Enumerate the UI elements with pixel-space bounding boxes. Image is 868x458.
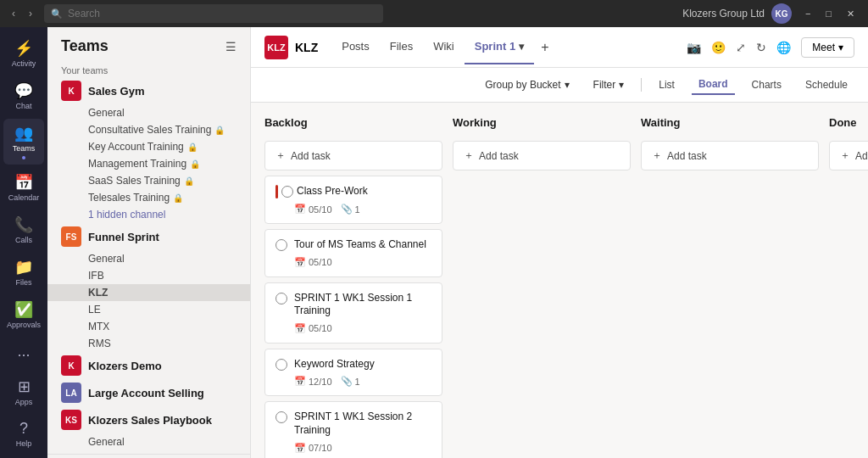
minimize-button[interactable]: − (798, 7, 817, 21)
channel-ifb[interactable]: IFB (47, 267, 250, 284)
close-button[interactable]: ✕ (840, 7, 861, 21)
rail-item-activity[interactable]: ⚡ Activity (3, 34, 44, 73)
rail-label-approvals: Approvals (7, 321, 41, 329)
join-team-item[interactable]: 👥 Join or create a team ⚙ (47, 454, 250, 458)
add-tab-button[interactable]: + (534, 40, 555, 55)
rail-label-activity: Activity (12, 59, 36, 68)
team-logo-funnel-sprint: FS (61, 226, 81, 247)
group-by-button[interactable]: Group by Bucket ▾ (478, 75, 576, 94)
channel-le[interactable]: LE (47, 301, 250, 318)
channel-general-sg[interactable]: General (47, 104, 250, 121)
channel-consultative[interactable]: Consultative Sales Training 🔒 (47, 121, 250, 138)
rail-item-approvals[interactable]: ✅ Approvals (3, 295, 44, 334)
channel-key-account[interactable]: Key Account Training 🔒 (47, 138, 250, 155)
rail-item-teams[interactable]: 👥 Teams (3, 119, 44, 165)
meet-button[interactable]: Meet ▾ (801, 37, 854, 58)
add-task-backlog[interactable]: ＋ Add task (264, 141, 442, 170)
header-icon-2[interactable]: 🙂 (711, 41, 726, 54)
priority-indicator (275, 185, 278, 198)
tab-sprint[interactable]: Sprint 1 ▾ (465, 30, 534, 64)
rail-label-chat: Chat (15, 102, 31, 110)
channel-mtx[interactable]: MTX (47, 318, 250, 335)
task-card-sprint1-wk1-s1[interactable]: SPRINT 1 WK1 Session 1 Training 📅 05/10 (264, 282, 442, 344)
search-input[interactable] (44, 4, 383, 23)
channel-team-name: KLZ (295, 41, 318, 54)
add-task-done[interactable]: ＋ Add (829, 141, 868, 170)
nav-forward-button[interactable]: › (24, 6, 37, 21)
task-title-keyword: Keyword Strategy (294, 358, 431, 371)
team-logo-playbook: KS (61, 410, 81, 430)
teams-section: Your teams K Sales Gym ··· General Consu… (47, 62, 250, 458)
rail-label-teams: Teams (13, 144, 36, 153)
task-card-tour[interactable]: Tour of MS Teams & Channel 📅 05/10 (264, 229, 442, 277)
lock-icon-mgmt: 🔒 (190, 159, 200, 169)
team-item-klozers-demo[interactable]: K Klozers Demo ··· (47, 352, 250, 379)
team-logo-large-account: LA (61, 383, 81, 403)
channel-saas[interactable]: SaaS Sales Training 🔒 (47, 172, 250, 189)
meet-dropdown-icon[interactable]: ▾ (838, 42, 843, 53)
title-bar-right: Klozers Group Ltd KG − □ ✕ (682, 3, 861, 24)
view-charts-button[interactable]: Charts (745, 75, 788, 94)
task-date-s2: 📅 07/10 (294, 443, 332, 454)
rail-item-apps[interactable]: ⊞ Apps (3, 372, 44, 411)
hidden-channel-link[interactable]: 1 hidden channel (47, 206, 250, 223)
board-area: Backlog ＋ Add task Class Pre-Work (251, 103, 868, 458)
nav-back-button[interactable]: ‹ (7, 6, 20, 21)
left-rail: ⚡ Activity 💬 Chat 👥 Teams 📅 Calendar 📞 C… (0, 27, 47, 458)
header-icon-5[interactable]: 🌐 (776, 41, 791, 54)
rail-item-help[interactable]: ? Help (3, 415, 44, 453)
rail-item-calls[interactable]: 📞 Calls (3, 210, 44, 249)
task-card-class-prework[interactable]: Class Pre-Work 📅 05/10 📎 1 (264, 176, 442, 224)
header-icon-3[interactable]: ⤢ (736, 41, 746, 54)
tab-wiki[interactable]: Wiki (423, 30, 465, 64)
calendar-icon: 📅 (14, 173, 33, 192)
task-date-class-prework: 📅 05/10 (294, 204, 332, 215)
view-list-button[interactable]: List (652, 75, 682, 94)
maximize-button[interactable]: □ (819, 7, 838, 21)
title-bar: ‹ › 🔍 Klozers Group Ltd KG − □ ✕ (0, 0, 868, 27)
org-name: Klozers Group Ltd (682, 8, 765, 20)
sprint-dropdown-icon[interactable]: ▾ (519, 41, 524, 53)
rail-item-chat[interactable]: 💬 Chat (3, 76, 44, 115)
team-logo-sales-gym: K (61, 81, 81, 101)
task-status-circle-keyword (275, 359, 287, 371)
rail-label-help: Help (16, 439, 32, 448)
channel-header: KLZ KLZ Posts Files Wiki Sprint 1 ▾ + 📷 … (251, 27, 868, 68)
tab-files[interactable]: Files (380, 30, 423, 64)
view-board-button[interactable]: Board (692, 75, 735, 95)
task-date-s1: 📅 05/10 (294, 323, 332, 334)
channel-general-playbook[interactable]: General (47, 433, 250, 450)
column-done: Done ＋ Add (829, 113, 868, 448)
add-task-working[interactable]: ＋ Add task (453, 141, 631, 170)
team-item-sales-gym[interactable]: K Sales Gym ··· (47, 77, 250, 104)
team-item-large-account[interactable]: LA Large Account Selling ··· (47, 379, 250, 406)
add-task-plus-backlog: ＋ (275, 148, 286, 163)
team-item-funnel-sprint[interactable]: FS Funnel Sprint ··· (47, 223, 250, 250)
channel-rms[interactable]: RMS (47, 335, 250, 352)
toolbar-divider (641, 78, 642, 92)
channel-general-fs[interactable]: General (47, 250, 250, 267)
team-name-sales-gym: Sales Gym (88, 85, 226, 98)
tab-posts[interactable]: Posts (331, 30, 380, 64)
filter-icon[interactable]: ☰ (225, 40, 236, 53)
rail-item-files[interactable]: 📁 Files (3, 253, 44, 292)
channel-telesales[interactable]: Telesales Training 🔒 (47, 189, 250, 206)
rail-item-calendar[interactable]: 📅 Calendar (3, 168, 44, 207)
view-schedule-button[interactable]: Schedule (798, 75, 854, 94)
team-name-playbook: Klozers Sales Playbook (88, 414, 226, 427)
channel-klz[interactable]: KLZ (47, 284, 250, 301)
avatar: KG (771, 3, 792, 24)
team-item-playbook[interactable]: KS Klozers Sales Playbook ··· (47, 406, 250, 433)
rail-item-more[interactable]: ··· (3, 341, 44, 369)
header-icon-4[interactable]: ↻ (756, 41, 766, 54)
header-icon-1[interactable]: 📷 (687, 41, 701, 54)
filter-label: Filter (593, 79, 616, 91)
add-task-waiting[interactable]: ＋ Add task (641, 141, 819, 170)
task-card-keyword[interactable]: Keyword Strategy 📅 12/10 📎 1 (264, 349, 442, 397)
task-card-sprint1-wk1-s2[interactable]: SPRINT 1 WK1 Session 2 Training 📅 07/10 (264, 401, 442, 458)
column-header-working: Working (453, 113, 631, 136)
task-title-class-prework: Class Pre-Work (297, 185, 431, 198)
filter-button[interactable]: Filter ▾ (587, 75, 632, 94)
channel-management[interactable]: Management Training 🔒 (47, 155, 250, 172)
add-task-plus-waiting: ＋ (652, 148, 662, 163)
